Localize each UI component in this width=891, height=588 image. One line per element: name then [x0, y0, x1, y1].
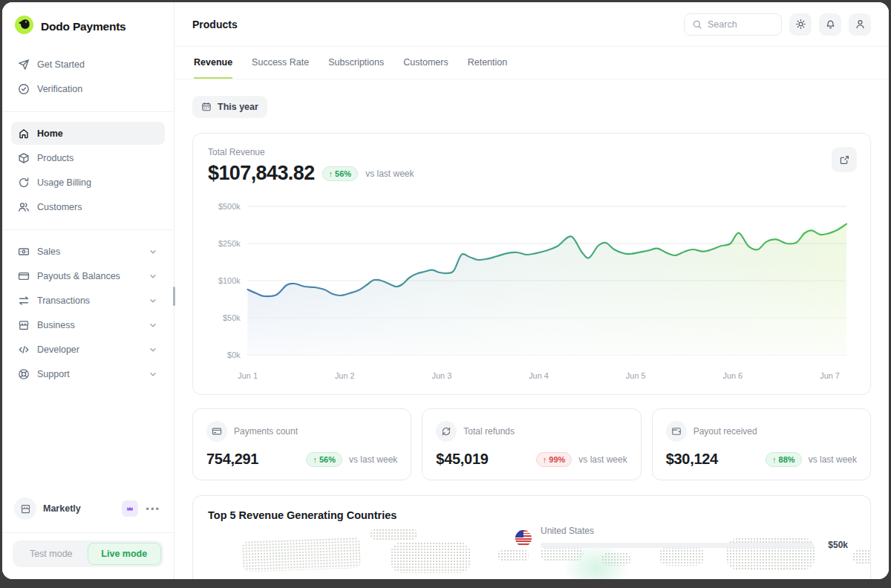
- svg-text:Jun 4: Jun 4: [529, 371, 549, 380]
- svg-text:Jun 7: Jun 7: [820, 371, 840, 380]
- period-filter-label: This year: [218, 102, 258, 112]
- svg-text:$50k: $50k: [223, 313, 241, 322]
- org-switcher[interactable]: Marketly •••: [2, 490, 174, 527]
- stat-compare-label: vs last week: [809, 454, 857, 465]
- stat-change-badge: ↑ 99%: [536, 452, 572, 467]
- sidebar-item-label: Payouts & Balances: [37, 271, 120, 281]
- sidebar-divider: [2, 111, 174, 112]
- sidebar: Dodo Payments Get Started Verification H…: [2, 2, 174, 579]
- sidebar-item-label: Products: [37, 153, 74, 163]
- revenue-area-chart: $500k$250k$100k$50k$0kJun 1Jun 2Jun 3Jun…: [208, 195, 855, 387]
- calendar-icon: [201, 102, 212, 112]
- sidebar-item-payouts-balances[interactable]: Payouts & Balances: [11, 264, 165, 287]
- sidebar-top-section: Get Started Verification: [2, 48, 174, 106]
- lifebuoy-icon: [18, 368, 30, 380]
- revenue-change-badge: ↑ 56%: [322, 166, 359, 181]
- revenue-chart: $500k$250k$100k$50k$0kJun 1Jun 2Jun 3Jun…: [208, 195, 855, 387]
- arrows-icon: [18, 295, 30, 307]
- sidebar-item-verification[interactable]: Verification: [11, 77, 165, 100]
- sidebar-divider: [2, 229, 174, 230]
- svg-text:Jun 6: Jun 6: [722, 371, 742, 380]
- sidebar-item-transactions[interactable]: Transactions: [11, 289, 165, 312]
- svg-text:$250k: $250k: [218, 239, 241, 248]
- brand: Dodo Payments: [2, 2, 174, 48]
- revenue-value: $107,843.82: [208, 162, 315, 185]
- tab-subscriptions[interactable]: Subscriptions: [328, 57, 384, 79]
- sidebar-item-home[interactable]: Home: [11, 122, 165, 145]
- period-filter-button[interactable]: This year: [192, 96, 267, 118]
- brand-name: Dodo Payments: [41, 20, 126, 33]
- dodo-logo-icon: [14, 15, 34, 38]
- sidebar-item-developer[interactable]: Developer: [11, 338, 165, 361]
- chevron-down-icon: [148, 320, 158, 330]
- crown-icon: [125, 504, 134, 513]
- sidebar-collapsible-section: Sales Payouts & Balances Transactions Bu…: [2, 235, 174, 391]
- sun-icon: [795, 19, 806, 30]
- sidebar-item-usage-billing[interactable]: Usage Billing: [11, 171, 165, 194]
- tab-customers[interactable]: Customers: [403, 57, 448, 79]
- sidebar-bottom: Marketly ••• Test mode Live mode: [2, 490, 174, 579]
- export-chart-button[interactable]: [832, 147, 857, 172]
- banknote-icon: [18, 246, 30, 258]
- tab-bar: Revenue Success Rate Subscriptions Custo…: [174, 47, 889, 79]
- credit-card-icon: [206, 421, 227, 442]
- search-field[interactable]: [684, 13, 782, 36]
- top-header: Products: [174, 2, 889, 47]
- theme-toggle-button[interactable]: [789, 13, 812, 36]
- live-mode-option[interactable]: Live mode: [88, 543, 162, 565]
- tab-retention[interactable]: Retention: [468, 57, 508, 79]
- tab-success-rate[interactable]: Success Rate: [252, 57, 309, 79]
- stat-value: $30,124: [666, 451, 718, 468]
- svg-text:$500k: $500k: [218, 202, 241, 211]
- stat-compare-label: vs last week: [578, 454, 627, 465]
- org-name: Marketly: [43, 503, 81, 514]
- sidebar-item-label: Business: [37, 320, 75, 330]
- content-area: This year Total Revenue $107,843.82 ↑ 56…: [174, 79, 889, 579]
- sidebar-main-section: Home Products Usage Billing Customers: [2, 117, 174, 224]
- home-icon: [18, 128, 30, 140]
- main-area: Products Revenue Success Rate: [174, 2, 889, 579]
- sidebar-item-label: Get Started: [37, 59, 85, 70]
- sidebar-item-label: Sales: [37, 246, 60, 257]
- sidebar-item-support[interactable]: Support: [11, 362, 165, 385]
- org-menu-button[interactable]: •••: [144, 503, 162, 514]
- sidebar-item-products[interactable]: Products: [11, 146, 165, 169]
- total-revenue-card: Total Revenue $107,843.82 ↑ 56% vs last …: [192, 133, 871, 395]
- sidebar-item-label: Usage Billing: [37, 177, 91, 188]
- mode-toggle: Test mode Live mode: [13, 540, 163, 567]
- card-icon: [18, 270, 30, 282]
- users-icon: [18, 201, 30, 213]
- sidebar-item-label: Transactions: [37, 295, 90, 306]
- stat-value: 754,291: [206, 451, 258, 468]
- upgrade-button[interactable]: [122, 500, 138, 517]
- sidebar-scrollbar[interactable]: [173, 287, 175, 306]
- app-window: Dodo Payments Get Started Verification H…: [2, 2, 889, 579]
- code-icon: [18, 344, 30, 356]
- stat-value: $45,019: [436, 451, 488, 468]
- share-icon: [839, 154, 850, 166]
- sidebar-item-get-started[interactable]: Get Started: [11, 53, 165, 76]
- stat-compare-label: vs last week: [349, 454, 397, 465]
- test-mode-option[interactable]: Test mode: [15, 543, 88, 565]
- sidebar-item-business[interactable]: Business: [11, 313, 165, 336]
- revenue-label: Total Revenue: [208, 147, 855, 157]
- rotate-icon: [18, 177, 30, 189]
- stat-label: Payments count: [234, 426, 298, 437]
- stat-label: Payout received: [693, 426, 757, 437]
- chevron-down-icon: [148, 369, 158, 379]
- total-refunds-card: Total refunds $45,019 ↑ 99% vs last week: [422, 408, 641, 480]
- tab-revenue[interactable]: Revenue: [194, 57, 232, 79]
- chevron-down-icon: [148, 295, 158, 306]
- store-icon: [20, 503, 31, 514]
- store-icon: [18, 319, 30, 331]
- sidebar-item-label: Developer: [37, 344, 79, 355]
- search-input[interactable]: [708, 19, 771, 30]
- svg-text:$0k: $0k: [227, 350, 241, 359]
- notifications-button[interactable]: [819, 13, 841, 36]
- sidebar-item-sales[interactable]: Sales: [11, 240, 165, 263]
- sidebar-item-customers[interactable]: Customers: [11, 195, 165, 218]
- bell-icon: [825, 19, 836, 30]
- sidebar-divider: [2, 532, 174, 533]
- account-button[interactable]: [849, 13, 871, 36]
- user-icon: [855, 19, 866, 30]
